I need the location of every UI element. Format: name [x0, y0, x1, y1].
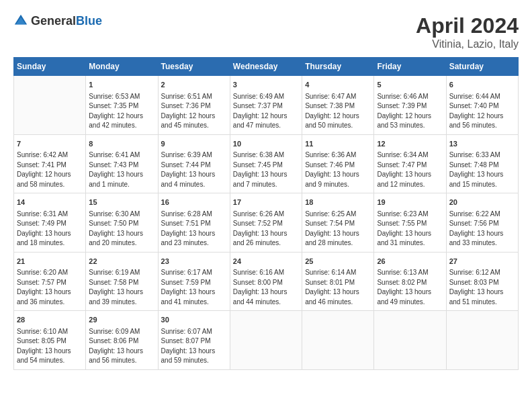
day-number: 3	[233, 79, 299, 91]
day-info: Sunrise: 6:31 AMSunset: 7:49 PMDaylight:…	[17, 210, 83, 248]
day-number: 5	[377, 79, 443, 91]
day-info: Sunrise: 6:28 AMSunset: 7:51 PMDaylight:…	[161, 210, 227, 248]
calendar-cell	[14, 76, 86, 135]
day-info: Sunrise: 6:51 AMSunset: 7:36 PMDaylight:…	[161, 92, 227, 131]
day-info: Sunrise: 6:41 AMSunset: 7:43 PMDaylight:…	[89, 150, 154, 189]
column-header-tuesday: Tuesday	[158, 58, 230, 76]
calendar-cell: 16Sunrise: 6:28 AMSunset: 7:51 PMDayligh…	[158, 193, 230, 253]
day-info: Sunrise: 6:44 AMSunset: 7:40 PMDaylight:…	[449, 92, 515, 131]
logo-blue-text: Blue	[76, 14, 102, 28]
page-header: GeneralBlue April 2024 Vitinia, Lazio, I…	[13, 13, 519, 50]
day-number: 12	[377, 138, 443, 150]
day-number: 20	[449, 197, 515, 208]
calendar-cell: 30Sunrise: 6:07 AMSunset: 8:07 PMDayligh…	[158, 311, 230, 370]
day-number: 8	[89, 138, 154, 150]
column-header-saturday: Saturday	[446, 58, 518, 76]
day-number: 25	[305, 256, 371, 267]
day-number: 28	[17, 314, 83, 326]
calendar-cell: 6Sunrise: 6:44 AMSunset: 7:40 PMDaylight…	[446, 76, 518, 135]
calendar-cell: 23Sunrise: 6:17 AMSunset: 7:59 PMDayligh…	[158, 252, 230, 311]
day-info: Sunrise: 6:22 AMSunset: 7:56 PMDaylight:…	[449, 210, 515, 248]
calendar-cell: 24Sunrise: 6:16 AMSunset: 8:00 PMDayligh…	[230, 252, 302, 311]
column-header-sunday: Sunday	[14, 58, 86, 76]
day-info: Sunrise: 6:39 AMSunset: 7:44 PMDaylight:…	[161, 150, 227, 189]
logo: GeneralBlue	[13, 13, 102, 28]
day-info: Sunrise: 6:17 AMSunset: 7:59 PMDaylight:…	[161, 268, 227, 307]
calendar-cell: 22Sunrise: 6:19 AMSunset: 7:58 PMDayligh…	[86, 252, 158, 311]
day-info: Sunrise: 6:49 AMSunset: 7:37 PMDaylight:…	[233, 92, 299, 131]
calendar-cell: 4Sunrise: 6:47 AMSunset: 7:38 PMDaylight…	[302, 76, 374, 135]
calendar-cell: 26Sunrise: 6:13 AMSunset: 8:02 PMDayligh…	[374, 252, 446, 311]
calendar-cell: 9Sunrise: 6:39 AMSunset: 7:44 PMDaylight…	[158, 134, 230, 193]
column-header-monday: Monday	[86, 58, 158, 76]
title-block: April 2024 Vitinia, Lazio, Italy	[416, 13, 519, 50]
day-number: 19	[377, 197, 443, 208]
day-info: Sunrise: 6:47 AMSunset: 7:38 PMDaylight:…	[305, 92, 371, 131]
day-number: 15	[89, 197, 154, 208]
column-header-wednesday: Wednesday	[230, 58, 302, 76]
calendar-cell: 17Sunrise: 6:26 AMSunset: 7:52 PMDayligh…	[230, 193, 302, 253]
calendar-cell: 12Sunrise: 6:34 AMSunset: 7:47 PMDayligh…	[374, 134, 446, 193]
day-info: Sunrise: 6:09 AMSunset: 8:06 PMDaylight:…	[89, 327, 154, 366]
logo-general-text: General	[31, 14, 76, 28]
day-number: 21	[17, 256, 83, 267]
day-info: Sunrise: 6:34 AMSunset: 7:47 PMDaylight:…	[377, 150, 443, 189]
calendar-cell: 14Sunrise: 6:31 AMSunset: 7:49 PMDayligh…	[14, 193, 86, 253]
calendar-cell: 25Sunrise: 6:14 AMSunset: 8:01 PMDayligh…	[302, 252, 374, 311]
day-number: 11	[305, 138, 371, 150]
calendar-cell: 11Sunrise: 6:36 AMSunset: 7:46 PMDayligh…	[302, 134, 374, 193]
calendar-week-row: 21Sunrise: 6:20 AMSunset: 7:57 PMDayligh…	[14, 252, 519, 311]
day-number: 10	[233, 138, 299, 150]
calendar-cell: 2Sunrise: 6:51 AMSunset: 7:36 PMDaylight…	[158, 76, 230, 135]
day-number: 27	[449, 256, 515, 267]
logo-icon	[13, 13, 28, 28]
day-number: 18	[305, 197, 371, 208]
day-number: 6	[449, 79, 515, 91]
day-info: Sunrise: 6:46 AMSunset: 7:39 PMDaylight:…	[377, 92, 443, 131]
day-info: Sunrise: 6:13 AMSunset: 8:02 PMDaylight:…	[377, 268, 443, 307]
day-info: Sunrise: 6:23 AMSunset: 7:55 PMDaylight:…	[377, 210, 443, 248]
calendar-cell: 7Sunrise: 6:42 AMSunset: 7:41 PMDaylight…	[14, 134, 86, 193]
calendar-week-row: 14Sunrise: 6:31 AMSunset: 7:49 PMDayligh…	[14, 193, 519, 253]
calendar-cell: 8Sunrise: 6:41 AMSunset: 7:43 PMDaylight…	[86, 134, 158, 193]
day-number: 17	[233, 197, 299, 208]
day-number: 26	[377, 256, 443, 267]
calendar-cell: 18Sunrise: 6:25 AMSunset: 7:54 PMDayligh…	[302, 193, 374, 253]
day-info: Sunrise: 6:07 AMSunset: 8:07 PMDaylight:…	[161, 327, 227, 366]
day-number: 22	[89, 256, 154, 267]
day-info: Sunrise: 6:10 AMSunset: 8:05 PMDaylight:…	[17, 327, 83, 366]
calendar-week-row: 7Sunrise: 6:42 AMSunset: 7:41 PMDaylight…	[14, 134, 519, 193]
day-info: Sunrise: 6:53 AMSunset: 7:35 PMDaylight:…	[89, 92, 154, 131]
day-number: 29	[89, 314, 154, 326]
calendar-cell: 20Sunrise: 6:22 AMSunset: 7:56 PMDayligh…	[446, 193, 518, 253]
calendar-cell: 28Sunrise: 6:10 AMSunset: 8:05 PMDayligh…	[14, 311, 86, 370]
day-info: Sunrise: 6:42 AMSunset: 7:41 PMDaylight:…	[17, 150, 83, 189]
day-number: 24	[233, 256, 299, 267]
location-title: Vitinia, Lazio, Italy	[416, 38, 519, 50]
month-title: April 2024	[416, 13, 519, 38]
calendar-cell	[302, 311, 374, 370]
day-info: Sunrise: 6:36 AMSunset: 7:46 PMDaylight:…	[305, 150, 371, 189]
day-number: 1	[89, 79, 154, 91]
day-info: Sunrise: 6:26 AMSunset: 7:52 PMDaylight:…	[233, 210, 299, 248]
day-number: 7	[17, 138, 83, 150]
day-number: 30	[161, 314, 227, 326]
calendar-cell: 27Sunrise: 6:12 AMSunset: 8:03 PMDayligh…	[446, 252, 518, 311]
day-info: Sunrise: 6:16 AMSunset: 8:00 PMDaylight:…	[233, 268, 299, 307]
calendar-table: SundayMondayTuesdayWednesdayThursdayFrid…	[13, 57, 519, 370]
calendar-week-row: 28Sunrise: 6:10 AMSunset: 8:05 PMDayligh…	[14, 311, 519, 370]
day-number: 14	[17, 197, 83, 208]
calendar-cell	[446, 311, 518, 370]
day-info: Sunrise: 6:20 AMSunset: 7:57 PMDaylight:…	[17, 268, 83, 307]
day-number: 13	[449, 138, 515, 150]
calendar-cell: 5Sunrise: 6:46 AMSunset: 7:39 PMDaylight…	[374, 76, 446, 135]
day-info: Sunrise: 6:33 AMSunset: 7:48 PMDaylight:…	[449, 150, 515, 189]
day-info: Sunrise: 6:30 AMSunset: 7:50 PMDaylight:…	[89, 210, 154, 248]
day-number: 4	[305, 79, 371, 91]
calendar-cell: 13Sunrise: 6:33 AMSunset: 7:48 PMDayligh…	[446, 134, 518, 193]
calendar-cell	[374, 311, 446, 370]
calendar-cell: 3Sunrise: 6:49 AMSunset: 7:37 PMDaylight…	[230, 76, 302, 135]
day-info: Sunrise: 6:38 AMSunset: 7:45 PMDaylight:…	[233, 150, 299, 189]
day-info: Sunrise: 6:14 AMSunset: 8:01 PMDaylight:…	[305, 268, 371, 307]
calendar-week-row: 1Sunrise: 6:53 AMSunset: 7:35 PMDaylight…	[14, 76, 519, 135]
